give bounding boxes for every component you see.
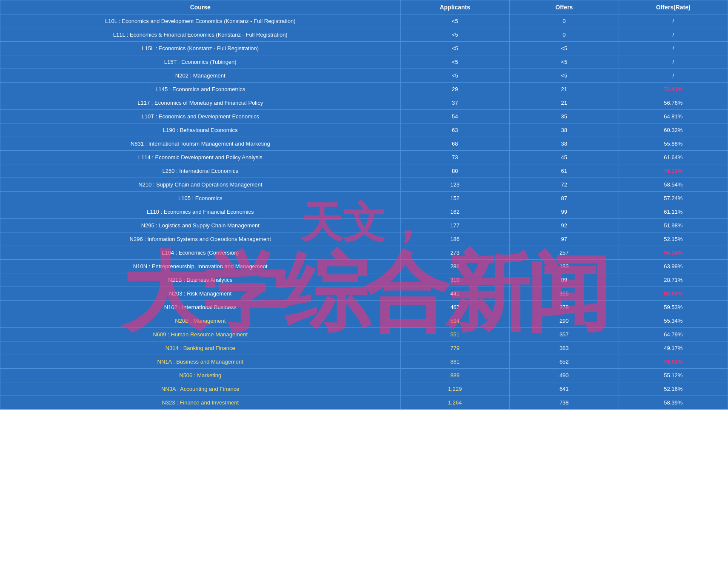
course-name: N314 : Banking and Finance (0, 341, 401, 355)
offers-value: 257 (510, 246, 619, 260)
applicants-value: 152 (400, 192, 510, 205)
table-row: N202 : Management<5<5/ (0, 69, 728, 83)
offers-value: 99 (510, 205, 619, 219)
course-name: L10L : Economics and Development Economi… (0, 14, 401, 28)
applicants-value: 29 (400, 83, 510, 96)
offers-value: 35 (510, 110, 619, 123)
course-name: N102 : International Business (0, 301, 401, 314)
offers-value: 383 (510, 341, 619, 355)
table-row: N295 : Logistics and Supply Chain Manage… (0, 219, 728, 232)
table-row: N20B : Management52429055.34% (0, 314, 728, 328)
data-table: Course Applicants Offers Offers(Rate) L1… (0, 0, 728, 410)
table-row: N21B : Business Analytics3108928.71% (0, 273, 728, 287)
table-row: L104 : Economics (Conversion)27325794.14… (0, 246, 728, 260)
header-offers-rate: Offers(Rate) (619, 0, 728, 14)
offers-rate-value: 61.64% (619, 151, 728, 164)
course-name: L145 : Economics and Econometrics (0, 83, 401, 96)
course-name: N20B : Management (0, 314, 401, 328)
offers-value: 641 (510, 382, 619, 396)
offers-value: 38 (510, 137, 619, 151)
offers-rate-value: 49.17% (619, 341, 728, 355)
applicants-value: 54 (400, 110, 510, 123)
offers-rate-value: 61.11% (619, 205, 728, 219)
offers-rate-value: / (619, 55, 728, 69)
offers-value: 490 (510, 369, 619, 382)
course-name: L114 : Economic Development and Policy A… (0, 151, 401, 164)
offers-value: 0 (510, 28, 619, 42)
applicants-value: 186 (400, 232, 510, 246)
applicants-value: 551 (400, 328, 510, 341)
offers-value: 92 (510, 219, 619, 232)
offers-rate-value: 58.39% (619, 396, 728, 410)
offers-rate-value: 64.81% (619, 110, 728, 123)
offers-rate-value: 52.15% (619, 232, 728, 246)
table-wrapper: Course Applicants Offers Offers(Rate) L1… (0, 0, 728, 410)
applicants-value: 68 (400, 137, 510, 151)
offers-rate-value: 57.24% (619, 192, 728, 205)
applicants-value: 441 (400, 287, 510, 301)
offers-rate-value: 52.16% (619, 382, 728, 396)
offers-rate-value: 28.71% (619, 273, 728, 287)
table-row: N102 : International Business46727859.53… (0, 301, 728, 314)
table-row: L114 : Economic Development and Policy A… (0, 151, 728, 164)
applicants-value: 80 (400, 164, 510, 178)
applicants-value: 37 (400, 96, 510, 110)
course-name: L15T : Economics (Tubingen) (0, 55, 401, 69)
applicants-value: 889 (400, 369, 510, 382)
course-name: L110 : Economics and Financial Economics (0, 205, 401, 219)
offers-rate-value: 74.01% (619, 355, 728, 369)
course-name: N202 : Management (0, 69, 401, 83)
offers-value: <5 (510, 69, 619, 83)
offers-value: 61 (510, 164, 619, 178)
table-row: L10T : Economics and Development Economi… (0, 110, 728, 123)
offers-rate-value: 64.79% (619, 328, 728, 341)
offers-value: 738 (510, 396, 619, 410)
offers-value: 87 (510, 192, 619, 205)
applicants-value: 1,229 (400, 382, 510, 396)
offers-value: 38 (510, 123, 619, 137)
offers-rate-value: / (619, 28, 728, 42)
offers-value: <5 (510, 55, 619, 69)
table-row: NN1A : Business and Management88165274.0… (0, 355, 728, 369)
applicants-value: 177 (400, 219, 510, 232)
table-row: L11L : Economics & Financial Economics (… (0, 28, 728, 42)
course-name: N506 : Marketing (0, 369, 401, 382)
offers-rate-value: 80.50% (619, 287, 728, 301)
table-row: L145 : Economics and Econometrics292172.… (0, 83, 728, 96)
applicants-value: 310 (400, 273, 510, 287)
course-name: L117 : Economics of Monetary and Financi… (0, 96, 401, 110)
applicants-value: 162 (400, 205, 510, 219)
offers-value: 357 (510, 328, 619, 341)
course-name: N21B : Business Analytics (0, 273, 401, 287)
table-row: N210 : Supply Chain and Operations Manag… (0, 178, 728, 192)
applicants-value: <5 (400, 42, 510, 55)
applicants-value: 524 (400, 314, 510, 328)
offers-rate-value: 63.99% (619, 260, 728, 273)
offers-value: 290 (510, 314, 619, 328)
offers-value: 652 (510, 355, 619, 369)
header-applicants: Applicants (400, 0, 510, 14)
course-name: L105 : Economics (0, 192, 401, 205)
offers-value: 355 (510, 287, 619, 301)
applicants-value: 63 (400, 123, 510, 137)
offers-value: 89 (510, 273, 619, 287)
course-name: N831 : International Tourism Management … (0, 137, 401, 151)
table-row: N296 : Information Systems and Operation… (0, 232, 728, 246)
offers-rate-value: 55.88% (619, 137, 728, 151)
offers-rate-value: 72.41% (619, 83, 728, 96)
course-name: L250 : International Economics (0, 164, 401, 178)
table-row: L117 : Economics of Monetary and Financi… (0, 96, 728, 110)
course-name: L10T : Economics and Development Economi… (0, 110, 401, 123)
offers-rate-value: 58.54% (619, 178, 728, 192)
applicants-value: 123 (400, 178, 510, 192)
table-row: N314 : Banking and Finance77938349.17% (0, 341, 728, 355)
course-name: N609 : Human Resource Management (0, 328, 401, 341)
offers-rate-value: 60.32% (619, 123, 728, 137)
offers-rate-value: 55.12% (619, 369, 728, 382)
offers-value: 97 (510, 232, 619, 246)
offers-value: 183 (510, 260, 619, 273)
offers-rate-value: 51.98% (619, 219, 728, 232)
applicants-value: 286 (400, 260, 510, 273)
header-offers: Offers (510, 0, 619, 14)
applicants-value: 1,264 (400, 396, 510, 410)
